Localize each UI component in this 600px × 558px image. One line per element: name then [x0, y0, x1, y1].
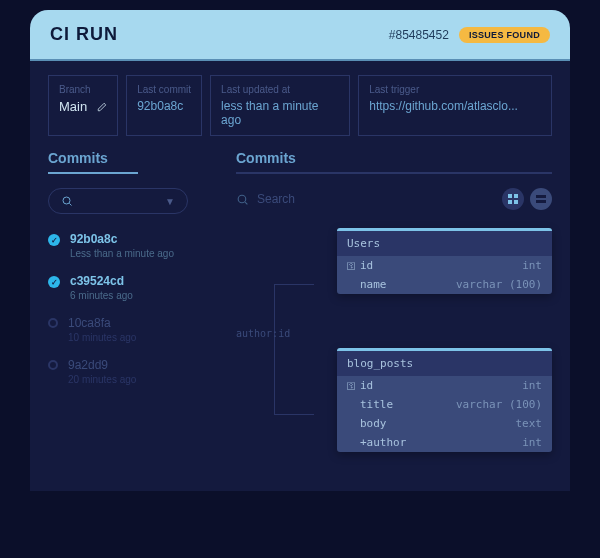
erd-col-name: id	[360, 379, 373, 392]
card-header: CI RUN #85485452 ISSUES FOUND	[30, 10, 570, 61]
branch-name: Main	[59, 99, 87, 114]
run-id: #85485452	[389, 28, 449, 42]
body: Commits ▼ 92b0a8c Less than a minute ago…	[30, 150, 570, 491]
commit-time: 20 minutes ago	[68, 374, 136, 385]
right-pane: Commits author:id	[236, 150, 552, 473]
check-circle-icon	[48, 234, 60, 246]
meta-branch-label: Branch	[59, 84, 107, 95]
svg-point-1	[238, 195, 246, 203]
grid-view-button[interactable]	[502, 188, 524, 210]
search-icon	[236, 193, 249, 206]
svg-rect-5	[514, 200, 518, 204]
meta-updated-label: Last updated at	[221, 84, 339, 95]
commit-hash: c39524cd	[70, 274, 133, 288]
meta-branch: Branch Main	[48, 75, 118, 136]
erd-table-title: blog_posts	[337, 351, 552, 376]
left-pane: Commits ▼ 92b0a8c Less than a minute ago…	[48, 150, 218, 473]
commit-hash: 9a2dd9	[68, 358, 136, 372]
meta-updated-value: less than a minute ago	[221, 99, 339, 127]
erd-col-name: body	[360, 417, 387, 430]
grid-icon	[507, 193, 519, 205]
meta-row: Branch Main Last commit 92b0a8c Last upd…	[30, 61, 570, 150]
search-input[interactable]	[257, 192, 494, 206]
erd-column: ⚿id int	[337, 256, 552, 275]
commit-time: 10 minutes ago	[68, 332, 136, 343]
commit-filter[interactable]: ▼	[48, 188, 188, 214]
list-icon	[535, 193, 547, 205]
left-section-title: Commits	[48, 150, 138, 174]
meta-last-commit-label: Last commit	[137, 84, 191, 95]
erd-col-type: varchar (100)	[456, 278, 542, 291]
erd-edge	[274, 284, 314, 285]
page-title: CI RUN	[50, 24, 118, 45]
list-view-button[interactable]	[530, 188, 552, 210]
commit-hash: 92b0a8c	[70, 232, 174, 246]
erd-col-name: +author	[360, 436, 406, 449]
svg-rect-7	[536, 200, 546, 203]
key-icon: ⚿	[347, 261, 355, 271]
erd-edge	[274, 284, 314, 414]
commit-item[interactable]: 92b0a8c Less than a minute ago	[48, 232, 218, 259]
erd-canvas[interactable]: author:id Users ⚿id int name varchar (10…	[236, 228, 552, 473]
erd-col-type: text	[516, 417, 543, 430]
commit-time: Less than a minute ago	[70, 248, 174, 259]
erd-column: ⚿id int	[337, 376, 552, 395]
commit-item[interactable]: 9a2dd9 20 minutes ago	[48, 358, 218, 385]
svg-rect-6	[536, 195, 546, 198]
erd-table-title: Users	[337, 231, 552, 256]
right-search-row	[236, 188, 552, 210]
erd-col-name: id	[360, 259, 373, 272]
meta-trigger-label: Last trigger	[369, 84, 541, 95]
check-circle-icon	[48, 276, 60, 288]
meta-updated: Last updated at less than a minute ago	[210, 75, 350, 136]
commit-time: 6 minutes ago	[70, 290, 133, 301]
edit-icon[interactable]	[97, 102, 107, 112]
commit-item[interactable]: 10ca8fa 10 minutes ago	[48, 316, 218, 343]
erd-table-blog-posts[interactable]: blog_posts ⚿id int title varchar (100) b…	[337, 348, 552, 452]
erd-edge	[274, 414, 314, 415]
commit-list: 92b0a8c Less than a minute ago c39524cd …	[48, 232, 218, 385]
erd-col-name: name	[360, 278, 387, 291]
commit-item[interactable]: c39524cd 6 minutes ago	[48, 274, 218, 301]
key-icon: ⚿	[347, 381, 355, 391]
erd-table-users[interactable]: Users ⚿id int name varchar (100)	[337, 228, 552, 294]
svg-point-0	[63, 197, 70, 204]
meta-trigger: Last trigger https://github.com/atlasclo…	[358, 75, 552, 136]
svg-rect-3	[514, 194, 518, 198]
erd-column: body text	[337, 414, 552, 433]
search-icon	[61, 195, 73, 207]
erd-col-name: title	[360, 398, 393, 411]
commit-hash: 10ca8fa	[68, 316, 136, 330]
circle-icon	[48, 318, 58, 328]
meta-branch-value[interactable]: Main	[59, 99, 107, 114]
erd-column: +author int	[337, 433, 552, 452]
chevron-down-icon: ▼	[165, 196, 175, 207]
view-toggle	[502, 188, 552, 210]
erd-col-type: int	[522, 259, 542, 272]
meta-last-commit-value[interactable]: 92b0a8c	[137, 99, 191, 113]
right-section-title: Commits	[236, 150, 552, 174]
erd-col-type: varchar (100)	[456, 398, 542, 411]
status-badge: ISSUES FOUND	[459, 27, 550, 43]
erd-column: name varchar (100)	[337, 275, 552, 294]
erd-column: title varchar (100)	[337, 395, 552, 414]
svg-rect-4	[508, 200, 512, 204]
circle-icon	[48, 360, 58, 370]
ci-run-card: CI RUN #85485452 ISSUES FOUND Branch Mai…	[30, 10, 570, 491]
meta-last-commit: Last commit 92b0a8c	[126, 75, 202, 136]
header-right: #85485452 ISSUES FOUND	[389, 27, 550, 43]
svg-rect-2	[508, 194, 512, 198]
erd-col-type: int	[522, 436, 542, 449]
meta-trigger-link[interactable]: https://github.com/atlasclo...	[369, 99, 541, 113]
erd-edge-label: author:id	[236, 328, 290, 339]
erd-col-type: int	[522, 379, 542, 392]
